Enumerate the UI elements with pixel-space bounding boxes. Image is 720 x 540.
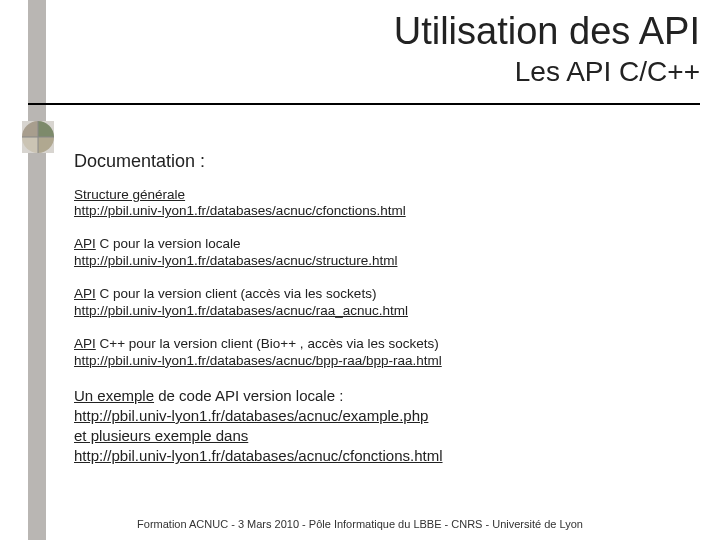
footer: Formation ACNUC - 3 Mars 2010 - Pôle Inf… (0, 518, 720, 530)
logo-icon (22, 121, 54, 153)
slide: Utilisation des API Les API C/C++ Docume… (0, 0, 720, 540)
api-client-c-rest: C pour la version client (accès via les … (96, 286, 377, 301)
block-api-client-cpp: API C++ pour la version client (Bio++ , … (74, 336, 690, 370)
title-block: Utilisation des API Les API C/C++ (394, 12, 700, 88)
example-rest: de code API version locale : (154, 387, 343, 404)
structure-link[interactable]: http://pbil.univ-lyon1.fr/databases/acnu… (74, 203, 406, 218)
api-client-cpp-prefix: API (74, 336, 96, 351)
api-client-c-link[interactable]: http://pbil.univ-lyon1.fr/databases/acnu… (74, 303, 408, 318)
page-title: Utilisation des API (394, 12, 700, 52)
block-example: Un exemple de code API version locale : … (74, 386, 690, 467)
api-client-c-prefix: API (74, 286, 96, 301)
block-structure: Structure générale http://pbil.univ-lyon… (74, 187, 690, 221)
content: Documentation : Structure générale http:… (74, 150, 690, 483)
api-client-cpp-link[interactable]: http://pbil.univ-lyon1.fr/databases/acnu… (74, 353, 442, 368)
api-local-rest: C pour la version locale (96, 236, 241, 251)
left-rail (28, 0, 46, 540)
example-prefix: Un exemple (74, 387, 154, 404)
section-heading: Documentation : (74, 150, 690, 173)
api-local-link[interactable]: http://pbil.univ-lyon1.fr/databases/acnu… (74, 253, 397, 268)
page-subtitle: Les API C/C++ (394, 56, 700, 88)
example-link-1[interactable]: http://pbil.univ-lyon1.fr/databases/acnu… (74, 406, 690, 426)
example-mid: et plusieurs exemple dans (74, 426, 690, 446)
divider (28, 103, 700, 105)
api-client-cpp-rest: C++ pour la version client (Bio++ , accè… (96, 336, 439, 351)
api-local-prefix: API (74, 236, 96, 251)
block-api-local: API C pour la version locale http://pbil… (74, 236, 690, 270)
block-api-client-c: API C pour la version client (accès via … (74, 286, 690, 320)
example-link-2[interactable]: http://pbil.univ-lyon1.fr/databases/acnu… (74, 446, 690, 466)
structure-label: Structure générale (74, 187, 185, 202)
